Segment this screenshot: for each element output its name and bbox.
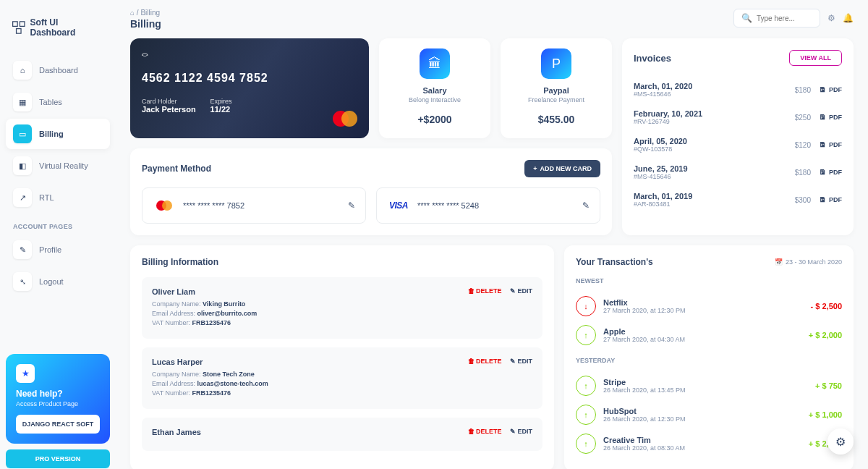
card-number: **** **** **** 7852: [183, 201, 244, 210]
invoice-amount: $180: [795, 86, 811, 94]
nav-icon: ↗: [13, 188, 32, 207]
pencil-icon: ✎: [510, 287, 516, 295]
card-row: **** **** **** 7852 ✎: [142, 187, 366, 224]
search-input[interactable]: [757, 14, 812, 22]
tx-time: 27 March 2020, at 04:30 AM: [603, 336, 685, 343]
billing-row: Oliver LiamCompany Name: Viking BurritoE…: [142, 277, 542, 339]
wifi-icon: ⌔: [142, 50, 357, 62]
tx-name: Apple: [603, 327, 685, 336]
tx-amount: + $ 2,000: [809, 331, 842, 339]
transaction-row: ↑HubSpot26 March 2020, at 12:30 PM+ $ 1,…: [576, 400, 842, 429]
delete-button[interactable]: 🗑 DELETE: [468, 428, 502, 435]
nav-icon: ◧: [13, 156, 32, 175]
sidebar-item-logout[interactable]: ➴Logout: [6, 266, 110, 297]
invoice-row: February, 10, 2021#RV-126749$250🖺 PDF: [634, 103, 842, 131]
pencil-icon[interactable]: ✎: [348, 200, 355, 211]
sidebar-item-rtl[interactable]: ↗RTL: [6, 182, 110, 213]
pdf-icon: 🖺: [820, 86, 826, 93]
bank-icon: 🏛: [420, 48, 450, 79]
tx-time: 26 March 2020, at 13:45 PM: [603, 386, 686, 394]
tx-name: Stripe: [603, 378, 686, 386]
tx-amount: + $ 750: [815, 381, 842, 390]
nav-label: RTL: [39, 193, 54, 202]
sidebar-item-tables[interactable]: ▦Tables: [6, 87, 110, 117]
invoice-id: #QW-103578: [634, 145, 687, 153]
sidebar-item-billing[interactable]: ▭Billing: [6, 119, 110, 149]
billing-row: Lucas HarperCompany Name: Stone Tech Zon…: [142, 347, 542, 409]
calendar-icon: 📅: [775, 258, 783, 266]
gear-icon: ⚙: [835, 435, 846, 449]
invoices-title: Invoices: [634, 53, 671, 64]
help-card: ★ Need help? Access Product Page DJANGO …: [6, 354, 110, 444]
breadcrumb-home[interactable]: ⌂: [130, 9, 135, 17]
star-icon: ★: [16, 364, 35, 383]
invoice-id: #RV-126749: [634, 118, 702, 125]
invoice-id: #MS-415646: [634, 173, 688, 180]
invoice-amount: $300: [795, 196, 811, 204]
sidebar-item-profile[interactable]: ✎Profile: [6, 234, 110, 265]
invoice-amount: $250: [795, 114, 811, 122]
arrow-up-icon: ↑: [576, 376, 596, 396]
pdf-link[interactable]: 🖺 PDF: [820, 141, 842, 148]
trash-icon: 🗑: [468, 428, 475, 435]
docs-button[interactable]: DJANGO REACT SOFT: [16, 415, 100, 434]
svg-rect-1: [20, 22, 25, 27]
nav-label: Virtual Reality: [39, 161, 88, 170]
edit-button[interactable]: ✎ EDIT: [510, 287, 532, 295]
brand-icon: [12, 20, 26, 35]
search-box[interactable]: 🔍: [733, 9, 820, 28]
nav-icon: ▭: [13, 124, 32, 143]
credit-card: ⌔ 4562 1122 4594 7852 Card Holder Jack P…: [130, 38, 369, 138]
stat-card-salary: 🏛 Salary Belong Interactive +$2000: [379, 38, 490, 138]
delete-button[interactable]: 🗑 DELETE: [468, 358, 502, 365]
invoice-amount: $180: [795, 169, 811, 177]
add-card-button[interactable]: + ADD NEW CARD: [524, 160, 600, 177]
nav-label: Dashboard: [39, 66, 78, 75]
invoice-row: March, 01, 2019#AR-803481$300🖺 PDF: [634, 186, 842, 214]
pdf-icon: 🖺: [820, 169, 826, 176]
nav-label: Profile: [39, 245, 61, 254]
paypal-icon: P: [541, 48, 571, 79]
trash-icon: 🗑: [468, 287, 475, 295]
tx-section-newest: NEWEST: [576, 277, 842, 284]
tx-time: 27 March 2020, at 12:30 PM: [603, 307, 686, 314]
pencil-icon[interactable]: ✎: [582, 200, 590, 211]
edit-button[interactable]: ✎ EDIT: [510, 428, 532, 435]
nav-icon: ⌂: [13, 61, 32, 80]
svg-rect-0: [13, 22, 18, 27]
gear-icon[interactable]: ⚙: [827, 13, 835, 23]
pdf-link[interactable]: 🖺 PDF: [820, 114, 842, 121]
trash-icon: 🗑: [468, 358, 475, 365]
edit-button[interactable]: ✎ EDIT: [510, 358, 532, 365]
pdf-link[interactable]: 🖺 PDF: [820, 196, 842, 203]
brand-label: Soft UI Dashboard: [30, 17, 104, 38]
view-all-button[interactable]: VIEW ALL: [789, 50, 842, 66]
config-fab[interactable]: ⚙: [827, 428, 854, 455]
arrow-up-icon: ↑: [576, 325, 596, 345]
nav-label: Logout: [39, 277, 64, 286]
svg-rect-2: [17, 29, 22, 34]
sidebar-item-virtual-reality[interactable]: ◧Virtual Reality: [6, 151, 110, 181]
delete-button[interactable]: 🗑 DELETE: [468, 287, 502, 295]
breadcrumb-current: Billing: [140, 9, 160, 17]
nav-label: Billing: [39, 130, 64, 138]
visa-icon: VISA: [387, 198, 410, 213]
tx-section-yesterday: YESTERDAY: [576, 357, 842, 364]
billing-info-card: Billing Information Oliver LiamCompany N…: [130, 245, 554, 469]
pdf-link[interactable]: 🖺 PDF: [820, 86, 842, 93]
card-number: **** **** **** 5248: [417, 201, 479, 210]
cc-holder: Jack Peterson: [142, 105, 196, 114]
invoice-id: #AR-803481: [634, 200, 692, 208]
nav-section-label: ACCOUNT PAGES: [6, 214, 110, 234]
breadcrumb: ⌂ / Billing: [130, 9, 161, 17]
nav-label: Tables: [39, 98, 62, 106]
arrow-up-icon: ↑: [576, 405, 596, 425]
pencil-icon: ✎: [510, 428, 516, 435]
help-title: Need help?: [16, 389, 100, 399]
plus-icon: +: [533, 165, 537, 172]
bell-icon[interactable]: 🔔: [843, 13, 854, 23]
pdf-link[interactable]: 🖺 PDF: [820, 169, 842, 176]
pro-button[interactable]: PRO VERSION: [6, 449, 110, 468]
sidebar-item-dashboard[interactable]: ⌂Dashboard: [6, 55, 110, 85]
brand: Soft UI Dashboard: [6, 12, 110, 43]
